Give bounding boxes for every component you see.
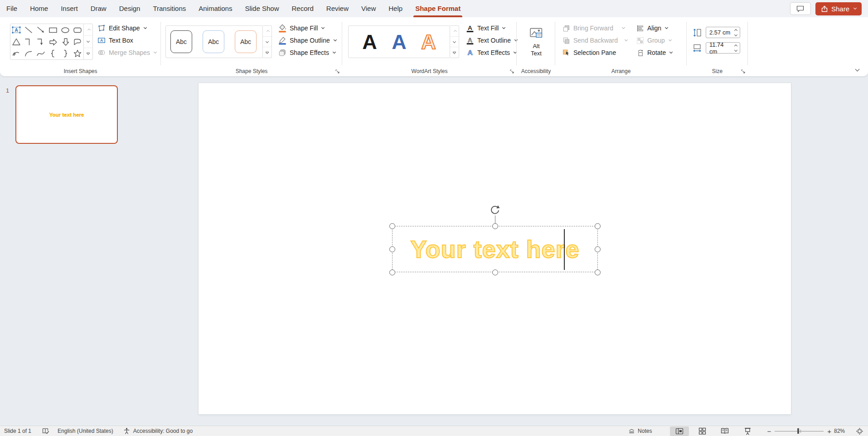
shape-height-input[interactable]: 2.57 cm [706, 27, 740, 38]
wordart-more-button[interactable] [450, 47, 459, 58]
shape-outline-button[interactable]: Shape Outline [278, 34, 336, 46]
shape-width-input[interactable]: 11.74 cm [706, 42, 740, 54]
resize-handle-bottom-center[interactable] [492, 269, 498, 275]
wordart-up-button[interactable] [450, 26, 459, 36]
menu-tab-insert[interactable]: Insert [54, 0, 84, 17]
shape-styles-dialog-launcher-icon[interactable] [335, 69, 340, 74]
fit-slide-to-window-icon[interactable] [856, 427, 863, 435]
shape-gallery-down-button[interactable] [84, 35, 92, 47]
resize-handle-top-right[interactable] [595, 223, 601, 229]
share-button[interactable]: Share [815, 2, 862, 15]
shape-arc-icon[interactable] [23, 48, 35, 59]
zoom-out-button[interactable]: − [767, 427, 771, 435]
rotate-button[interactable]: Rotate [636, 47, 672, 59]
shape-styles-up-button[interactable] [263, 26, 272, 36]
shape-styles-down-button[interactable] [263, 36, 272, 47]
notes-button[interactable]: Notes [628, 428, 652, 434]
menu-tab-help[interactable]: Help [382, 0, 409, 17]
text-outline-button[interactable]: A Text Outline [466, 34, 517, 46]
wordart-dialog-launcher-icon[interactable] [509, 69, 514, 74]
shape-line-icon[interactable] [23, 24, 35, 36]
slide-sorter-view-button[interactable] [693, 426, 712, 436]
menu-tab-design[interactable]: Design [113, 0, 147, 17]
shape-fill-button[interactable]: Shape Fill [278, 22, 324, 34]
shape-style-preset-2[interactable]: Abc [203, 30, 224, 53]
shape-text-box-icon[interactable]: A [10, 24, 23, 36]
resize-handle-middle-left[interactable] [389, 246, 395, 252]
menu-tab-file[interactable]: File [0, 0, 24, 17]
wordart-preset-3[interactable]: A [421, 32, 436, 52]
shape-down-arrow-icon[interactable] [59, 36, 71, 48]
wordart-down-button[interactable] [450, 36, 459, 47]
zoom-slider-thumb[interactable] [797, 428, 799, 434]
resize-handle-bottom-right[interactable] [595, 269, 601, 275]
shape-oval-icon[interactable] [59, 24, 71, 36]
accessibility-status[interactable]: Accessibility: Good to go [133, 428, 193, 434]
align-button[interactable]: Align [636, 22, 668, 34]
spell-check-icon[interactable] [42, 427, 49, 435]
shape-right-brace-icon[interactable] [59, 48, 71, 59]
shape-arrow-icon[interactable] [35, 24, 47, 36]
shape-gallery-more-button[interactable] [84, 48, 92, 59]
edit-shape-button[interactable]: Edit Shape [97, 22, 146, 34]
shape-freeform-icon[interactable] [71, 36, 83, 48]
slide-show-button[interactable] [738, 426, 757, 436]
rotate-handle[interactable] [489, 204, 501, 216]
group-button[interactable]: Group [636, 34, 671, 46]
bring-forward-button[interactable]: Bring Forward [562, 22, 625, 34]
wordart-preset-1[interactable]: A [362, 32, 377, 52]
comments-button[interactable] [790, 2, 811, 15]
shape-style-preset-3[interactable]: Abc [235, 30, 257, 53]
shape-style-preset-1[interactable]: Abc [170, 30, 192, 53]
language-selector[interactable]: English (United States) [58, 428, 113, 434]
menu-tab-slide-show[interactable]: Slide Show [238, 0, 285, 17]
menu-tab-view[interactable]: View [355, 0, 382, 17]
shape-rectangle-icon[interactable] [47, 24, 59, 36]
zoom-level[interactable]: 82% [834, 428, 849, 434]
wordart-text[interactable]: Your text here [393, 226, 597, 272]
shape-star-icon[interactable] [71, 48, 83, 59]
wordart-preset-2[interactable]: A [392, 32, 407, 52]
menu-tab-review[interactable]: Review [320, 0, 355, 17]
width-stepper[interactable] [733, 45, 740, 51]
shape-elbow-connector-icon[interactable] [23, 36, 35, 48]
menu-tab-draw[interactable]: Draw [84, 0, 113, 17]
shape-right-arrow-icon[interactable] [47, 36, 59, 48]
shape-styles-more-button[interactable] [263, 47, 272, 58]
text-box-button[interactable]: A Text Box [97, 34, 133, 46]
slide-thumbnail-1[interactable]: Your text here [15, 85, 118, 144]
shape-rounded-rectangle-icon[interactable] [71, 24, 83, 36]
size-dialog-launcher-icon[interactable] [741, 69, 746, 74]
shape-gallery-up-button[interactable] [84, 24, 92, 35]
zoom-slider[interactable] [775, 428, 824, 434]
zoom-in-button[interactable]: + [827, 427, 831, 435]
reading-view-button[interactable] [715, 426, 734, 436]
resize-handle-top-left[interactable] [389, 223, 395, 229]
resize-handle-top-center[interactable] [492, 223, 498, 229]
wordart-selection-box[interactable]: Your text here [392, 226, 598, 272]
menu-tab-transitions[interactable]: Transitions [146, 0, 192, 17]
shape-scribble-icon[interactable] [10, 48, 23, 59]
menu-tab-shape-format[interactable]: Shape Format [409, 0, 467, 17]
menu-tab-record[interactable]: Record [285, 0, 320, 17]
resize-handle-bottom-left[interactable] [389, 269, 395, 275]
shape-triangle-icon[interactable] [10, 36, 23, 48]
text-fill-button[interactable]: A Text Fill [466, 22, 505, 34]
alt-text-button[interactable]: Alt Text [523, 23, 550, 64]
shape-curve-icon[interactable] [35, 48, 47, 59]
shape-elbow-arrow-connector-icon[interactable] [35, 36, 47, 48]
slide-canvas[interactable]: Your text here [199, 83, 791, 414]
slide-indicator[interactable]: Slide 1 of 1 [4, 428, 31, 434]
collapse-ribbon-button[interactable] [854, 64, 859, 73]
menu-tab-home[interactable]: Home [24, 0, 54, 17]
resize-handle-middle-right[interactable] [595, 246, 601, 252]
menu-tab-animations[interactable]: Animations [192, 0, 238, 17]
height-stepper[interactable] [733, 29, 740, 36]
normal-view-button[interactable] [670, 426, 689, 436]
shape-effects-button[interactable]: Shape Effects [278, 47, 335, 59]
send-backward-button[interactable]: Send Backward [562, 34, 627, 46]
selection-pane-button[interactable]: Selection Pane [562, 47, 616, 59]
text-effects-button[interactable]: A Text Effects [466, 47, 516, 59]
shape-left-brace-icon[interactable] [47, 48, 59, 59]
merge-shapes-button[interactable]: Merge Shapes [97, 47, 156, 59]
